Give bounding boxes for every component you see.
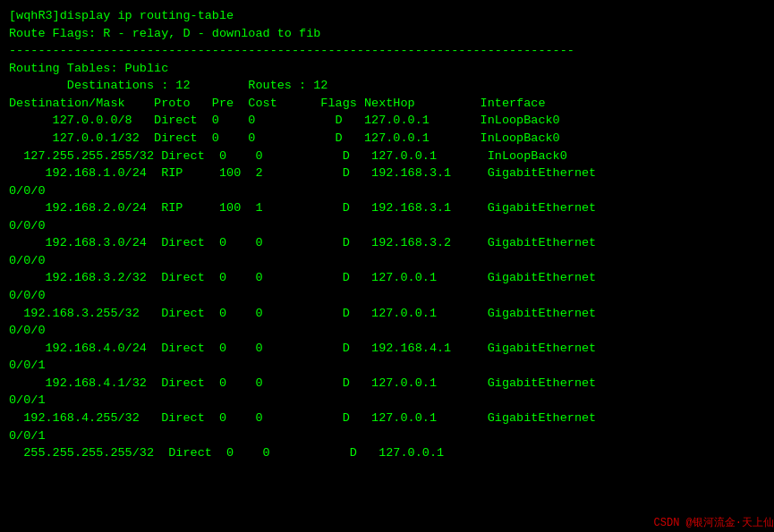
terminal-line: 0/0/1	[9, 357, 774, 375]
terminal-line: 127.0.0.1/32 Direct 0 0 D 127.0.0.1 InLo…	[9, 130, 774, 148]
terminal-line: Destination/Mask Proto Pre Cost Flags Ne…	[9, 95, 774, 113]
terminal-line: 0/0/0	[9, 182, 774, 200]
terminal-line: ----------------------------------------…	[9, 42, 774, 60]
terminal-line: 192.168.1.0/24 RIP 100 2 D 192.168.3.1 G…	[9, 165, 774, 182]
terminal-line: Destinations : 12 Routes : 12	[9, 77, 774, 95]
terminal-line: 0/0/1	[9, 427, 774, 445]
terminal-line: 0/0/1	[9, 392, 774, 410]
terminal-line: 192.168.2.0/24 RIP 100 1 D 192.168.3.1 G…	[9, 199, 774, 217]
terminal-line: 192.168.3.255/32 Direct 0 0 D 127.0.0.1 …	[9, 305, 774, 323]
terminal-line: 255.255.255.255/32 Direct 0 0 D 127.0.0.…	[9, 444, 774, 462]
terminal-line: Routing Tables: Public	[9, 60, 774, 78]
terminal-line: 127.0.0.0/8 Direct 0 0 D 127.0.0.1 InLoo…	[9, 112, 774, 130]
terminal-line: 0/0/0	[9, 322, 774, 340]
terminal-line: 0/0/0	[9, 287, 774, 305]
terminal-container: [wqhR3]display ip routing-tableRoute Fla…	[9, 7, 774, 532]
terminal-line: [wqhR3]display ip routing-table	[9, 7, 774, 25]
terminal-line: 192.168.4.255/32 Direct 0 0 D 127.0.0.1 …	[9, 410, 774, 427]
terminal-line: 192.168.4.0/24 Direct 0 0 D 192.168.4.1 …	[9, 340, 774, 358]
terminal-line: 192.168.4.1/32 Direct 0 0 D 127.0.0.1 Gi…	[9, 375, 774, 393]
terminal-line: 127.255.255.255/32 Direct 0 0 D 127.0.0.…	[9, 148, 774, 165]
terminal-output: [wqhR3]display ip routing-tableRoute Fla…	[9, 7, 774, 462]
terminal-line: 0/0/0	[9, 217, 774, 235]
terminal-line: Route Flags: R - relay, D - download to …	[9, 25, 774, 43]
terminal-line: 192.168.3.2/32 Direct 0 0 D 127.0.0.1 Gi…	[9, 269, 774, 287]
terminal-line: 0/0/0	[9, 252, 774, 270]
watermark: CSDN @银河流金·天上仙	[654, 515, 774, 530]
terminal-line: 192.168.3.0/24 Direct 0 0 D 192.168.3.2 …	[9, 234, 774, 252]
